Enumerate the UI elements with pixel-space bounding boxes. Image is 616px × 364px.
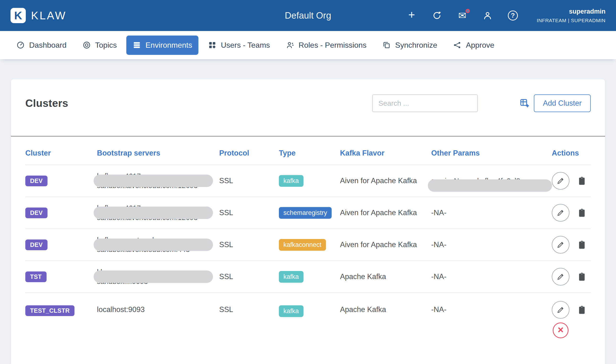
bootstrap-servers-redacted: kafkaconnect-...-dev-... sandbox.aivencl… [97,235,190,254]
protocol-value: SSL [219,177,279,185]
kafka-flavor-value: Apache Kafka [340,273,431,281]
type-badge: kafka [279,271,303,283]
tab-label: Dashboard [29,41,67,50]
users-teams-icon [208,41,217,49]
kafka-flavor-value: Aiven for Apache Kafka [340,208,431,217]
bootstrap-servers-redacted: kafka-...-4617-... sandbox.aivencloud.co… [97,171,198,190]
col-type: Type [279,149,340,157]
topbar-actions: + ✉ ? [406,10,519,21]
edit-cluster-button[interactable] [552,268,569,286]
synchronize-icon [382,41,391,49]
environments-icon [133,41,141,49]
tab-synchronize[interactable]: Synchronize [376,36,443,55]
redaction-overlay [94,238,213,251]
search-input[interactable] [372,94,478,112]
redaction-overlay [94,271,213,283]
topbar: K KLAW Default Org + ✉ ? superadmin [0,0,616,31]
table-row: TST klaw-... sandbox...:9093 SSL kafka A… [25,260,591,292]
bootstrap-servers-redacted: kafka-...-4617-... sandbox.aivencloud.co… [97,203,198,222]
cluster-badge: TST [25,272,47,282]
redaction-overlay [428,179,552,192]
table-row: TEST_CLSTR localhost:9093 SSL kafka Apac… [25,292,591,345]
plus-icon[interactable]: + [406,10,417,21]
table-row: DEV kafka-...-4617-... sandbox.aivenclou… [25,196,591,229]
table-header: Cluster Bootstrap servers Protocol Type … [25,136,591,165]
copy-icon[interactable] [577,239,587,250]
redaction-overlay [94,207,213,219]
col-flavor: Kafka Flavor [340,149,431,157]
cluster-badge: DEV [25,208,48,218]
col-protocol: Protocol [219,149,279,157]
type-badge: kafkaconnect [279,239,326,251]
edit-cluster-button[interactable] [552,301,569,319]
tab-label: Environments [145,41,192,50]
delete-cluster-button[interactable]: × [553,323,568,338]
dashboard-icon [16,41,25,49]
tab-label: Users - Teams [221,41,270,50]
other-params-redacted: serviceName=kafka-4fe2el8 [431,176,520,186]
klaw-logo[interactable]: K KLAW [11,8,67,23]
roles-permissions-icon [286,41,294,49]
col-bootstrap: Bootstrap servers [97,149,219,157]
tab-users-teams[interactable]: Users - Teams [202,36,276,55]
edit-cluster-button[interactable] [552,172,569,190]
redaction-overlay [94,175,213,187]
protocol-value: SSL [219,305,279,314]
cluster-badge: DEV [25,239,48,250]
add-cluster-button[interactable]: Add Cluster [534,94,591,112]
page-title: Clusters [25,97,68,109]
topics-icon [82,41,91,49]
col-params: Other Params [431,149,552,157]
tab-approve[interactable]: Approve [447,36,500,55]
help-icon[interactable]: ? [507,10,519,21]
tab-label: Approve [466,41,494,50]
org-title: Default Org [285,11,331,21]
add-cluster-icon[interactable] [520,98,530,108]
cluster-badge: DEV [25,176,48,186]
protocol-value: SSL [219,240,279,249]
protocol-value: SSL [219,273,279,281]
username: superadmin [534,8,605,15]
kafka-flavor-value: Aiven for Apache Kafka [340,177,431,185]
other-params-value: -NA- [431,305,552,314]
copy-icon[interactable] [577,271,587,282]
tab-topics[interactable]: Topics [76,36,123,55]
table-row: DEV kafka-...-4617-... sandbox.aivenclou… [25,165,591,196]
refresh-icon[interactable] [431,10,443,21]
col-actions: Actions [552,149,591,157]
mail-icon[interactable]: ✉ [456,10,468,21]
edit-cluster-button[interactable] [552,204,569,221]
tab-label: Topics [95,41,117,50]
profile-icon[interactable] [482,10,493,21]
edit-cluster-button[interactable] [552,236,569,254]
brand-name: KLAW [31,9,67,22]
type-badge: kafka [279,305,303,317]
tab-label: Roles - Permissions [299,41,367,50]
bootstrap-servers-redacted: klaw-... sandbox...:9093 [97,267,148,286]
tab-label: Synchronize [395,41,437,50]
bootstrap-servers-value: localhost:9093 [97,305,219,314]
notification-badge [465,9,470,13]
copy-icon[interactable] [577,304,587,315]
other-params-value: -NA- [431,208,552,217]
user-team-role: INFRATEAM | SUPERADMIN [534,18,605,23]
copy-icon[interactable] [577,207,587,218]
user-info[interactable]: superadmin INFRATEAM | SUPERADMIN [534,8,605,23]
card-header: Clusters Add Cluster [25,94,591,112]
tab-dashboard[interactable]: Dashboard [10,36,73,55]
tab-roles-permissions[interactable]: Roles - Permissions [280,36,373,55]
protocol-value: SSL [219,208,279,217]
kafka-flavor-value: Apache Kafka [340,305,431,314]
main-nav: Dashboard Topics Environments [0,31,616,59]
col-cluster: Cluster [25,149,97,157]
other-params-value: -NA- [431,273,552,281]
table-row: DEV kafkaconnect-...-dev-... sandbox.aiv… [25,229,591,260]
klaw-logo-icon: K [11,8,26,23]
type-badge: kafka [279,175,303,187]
approve-icon [453,41,462,49]
copy-icon[interactable] [577,175,587,186]
other-params-value: -NA- [431,240,552,249]
main-content: Clusters Add Cluster Cluster Bootstrap s… [0,59,616,364]
tab-environments[interactable]: Environments [126,36,198,55]
type-badge: schemaregistry [279,207,332,219]
